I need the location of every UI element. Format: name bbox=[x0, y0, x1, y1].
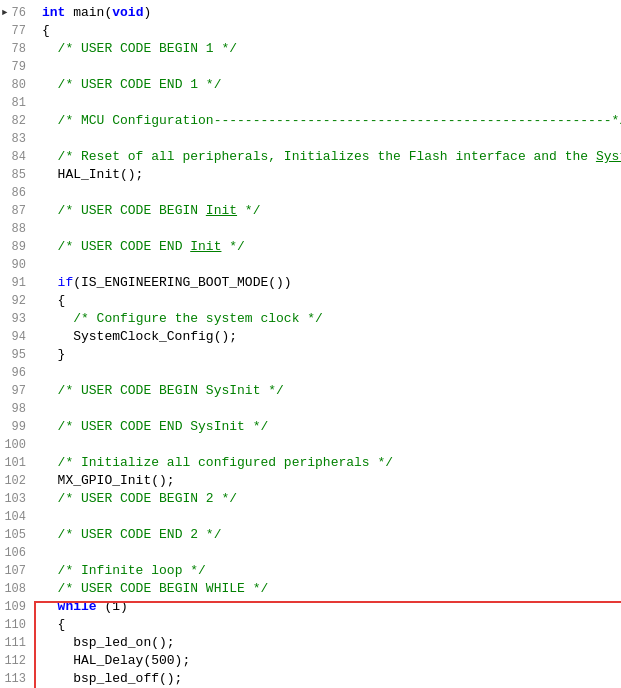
line-number-80: 80 bbox=[0, 76, 30, 94]
code-line-110: { bbox=[42, 616, 621, 634]
code-line-107: /* Infinite loop */ bbox=[42, 562, 621, 580]
code-line-105: /* USER CODE END 2 */ bbox=[42, 526, 621, 544]
code-line-111: bsp_led_on(); bbox=[42, 634, 621, 652]
code-line-99: /* USER CODE END SysInit */ bbox=[42, 418, 621, 436]
line-number-103: 103 bbox=[0, 490, 30, 508]
code-line-108: /* USER CODE BEGIN WHILE */ bbox=[42, 580, 621, 598]
code-line-112: HAL_Delay(500); bbox=[42, 652, 621, 670]
line-number-101: 101 bbox=[0, 454, 30, 472]
line-number-96: 96 bbox=[0, 364, 30, 382]
code-line-94: SystemClock_Config(); bbox=[42, 328, 621, 346]
line-number-110: 110 bbox=[0, 616, 30, 634]
code-line-76: int main(void) bbox=[42, 4, 621, 22]
code-line-92: { bbox=[42, 292, 621, 310]
line-number-84: 84 bbox=[0, 148, 30, 166]
code-line-78: /* USER CODE BEGIN 1 */ bbox=[42, 40, 621, 58]
code-content: int main(void){ /* USER CODE BEGIN 1 */ … bbox=[36, 4, 621, 688]
code-line-86 bbox=[42, 184, 621, 202]
code-line-77: { bbox=[42, 22, 621, 40]
line-numbers: 7677787980818283848586878889909192939495… bbox=[0, 4, 36, 688]
line-number-93: 93 bbox=[0, 310, 30, 328]
line-number-77: 77 bbox=[0, 22, 30, 40]
line-number-81: 81 bbox=[0, 94, 30, 112]
line-number-89: 89 bbox=[0, 238, 30, 256]
line-number-76: 76 bbox=[0, 4, 30, 22]
line-number-91: 91 bbox=[0, 274, 30, 292]
line-number-100: 100 bbox=[0, 436, 30, 454]
code-line-109: while (1) bbox=[42, 598, 621, 616]
line-number-87: 87 bbox=[0, 202, 30, 220]
code-line-102: MX_GPIO_Init(); bbox=[42, 472, 621, 490]
code-line-95: } bbox=[42, 346, 621, 364]
line-number-94: 94 bbox=[0, 328, 30, 346]
line-number-82: 82 bbox=[0, 112, 30, 130]
code-editor: 7677787980818283848586878889909192939495… bbox=[0, 0, 621, 688]
code-line-85: HAL_Init(); bbox=[42, 166, 621, 184]
line-number-102: 102 bbox=[0, 472, 30, 490]
code-line-113: bsp_led_off(); bbox=[42, 670, 621, 688]
line-number-109: 109 bbox=[0, 598, 30, 616]
code-line-87: /* USER CODE BEGIN Init */ bbox=[42, 202, 621, 220]
code-line-106 bbox=[42, 544, 621, 562]
line-number-78: 78 bbox=[0, 40, 30, 58]
line-number-95: 95 bbox=[0, 346, 30, 364]
line-number-98: 98 bbox=[0, 400, 30, 418]
code-line-82: /* MCU Configuration--------------------… bbox=[42, 112, 621, 130]
line-number-83: 83 bbox=[0, 130, 30, 148]
line-number-90: 90 bbox=[0, 256, 30, 274]
code-line-84: /* Reset of all peripherals, Initializes… bbox=[42, 148, 621, 166]
code-line-101: /* Initialize all configured peripherals… bbox=[42, 454, 621, 472]
line-number-85: 85 bbox=[0, 166, 30, 184]
code-line-104 bbox=[42, 508, 621, 526]
code-line-96 bbox=[42, 364, 621, 382]
line-number-79: 79 bbox=[0, 58, 30, 76]
code-line-88 bbox=[42, 220, 621, 238]
code-line-89: /* USER CODE END Init */ bbox=[42, 238, 621, 256]
code-line-98 bbox=[42, 400, 621, 418]
code-line-91: if(IS_ENGINEERING_BOOT_MODE()) bbox=[42, 274, 621, 292]
line-number-111: 111 bbox=[0, 634, 30, 652]
line-number-112: 112 bbox=[0, 652, 30, 670]
line-number-97: 97 bbox=[0, 382, 30, 400]
line-number-106: 106 bbox=[0, 544, 30, 562]
code-line-93: /* Configure the system clock */ bbox=[42, 310, 621, 328]
line-number-107: 107 bbox=[0, 562, 30, 580]
line-number-86: 86 bbox=[0, 184, 30, 202]
code-line-90 bbox=[42, 256, 621, 274]
code-line-100 bbox=[42, 436, 621, 454]
code-line-83 bbox=[42, 130, 621, 148]
line-number-99: 99 bbox=[0, 418, 30, 436]
code-line-97: /* USER CODE BEGIN SysInit */ bbox=[42, 382, 621, 400]
line-number-113: 113 bbox=[0, 670, 30, 688]
line-number-108: 108 bbox=[0, 580, 30, 598]
line-number-92: 92 bbox=[0, 292, 30, 310]
line-number-88: 88 bbox=[0, 220, 30, 238]
code-line-79 bbox=[42, 58, 621, 76]
code-line-80: /* USER CODE END 1 */ bbox=[42, 76, 621, 94]
line-number-105: 105 bbox=[0, 526, 30, 544]
line-number-104: 104 bbox=[0, 508, 30, 526]
code-line-81 bbox=[42, 94, 621, 112]
code-line-103: /* USER CODE BEGIN 2 */ bbox=[42, 490, 621, 508]
